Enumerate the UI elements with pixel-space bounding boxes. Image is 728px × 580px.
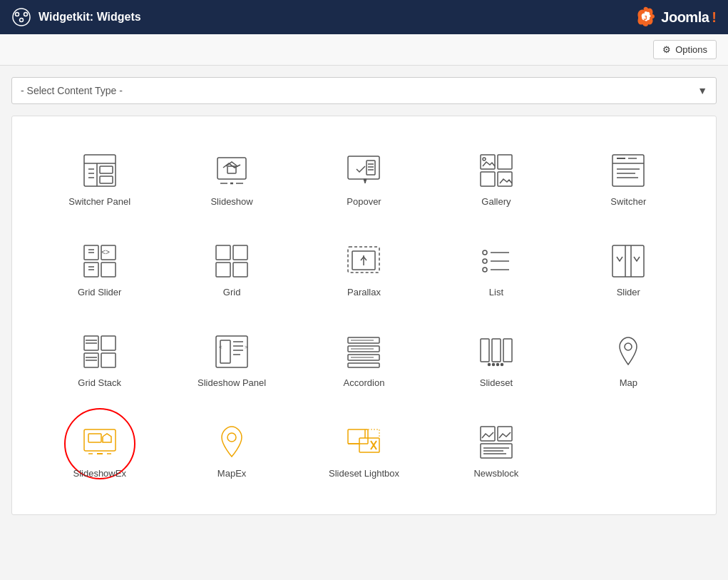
widget-item-accordion[interactable]: Accordion — [298, 312, 430, 402]
widget-label-switcher: Switcher — [610, 196, 646, 207]
svg-rect-85 — [481, 339, 489, 362]
widget-label-parallax: Parallax — [347, 287, 381, 297]
svg-point-92 — [625, 343, 632, 350]
slideshow-icon — [213, 152, 250, 189]
widget-label-popover: Popover — [347, 196, 381, 207]
widget-label-grid: Grid — [223, 287, 241, 297]
content-type-select-wrapper[interactable]: - Select Content Type - Articles K2 ZOO … — [11, 77, 717, 104]
svg-rect-12 — [100, 176, 113, 183]
widget-item-slideset[interactable]: Slideset — [430, 312, 562, 402]
svg-rect-65 — [101, 353, 116, 367]
widget-item-slideshowex[interactable]: SlideshowEx — [34, 402, 165, 493]
joomla-logo: J Joomla! — [632, 4, 717, 30]
accordion-icon — [345, 333, 382, 370]
svg-point-29 — [483, 158, 486, 161]
widget-item-mapex[interactable]: MapEx — [165, 402, 297, 493]
widget-item-slider[interactable]: Slider — [563, 221, 694, 312]
joomla-text: Joomla — [661, 9, 709, 26]
widget-item-gallery[interactable]: Gallery — [430, 131, 562, 221]
svg-rect-46 — [216, 245, 230, 260]
grid-stack-icon — [81, 333, 118, 370]
widget-item-switcher-panel[interactable]: Switcher Panel — [34, 131, 165, 221]
svg-rect-100 — [359, 438, 379, 452]
widget-item-map[interactable]: Map — [563, 312, 694, 402]
options-button[interactable]: ⚙ Options — [653, 40, 717, 59]
svg-text:J: J — [644, 14, 647, 21]
options-label: Options — [675, 44, 707, 55]
gear-icon: ⚙ — [662, 44, 671, 55]
list-icon — [478, 243, 515, 280]
switcher-icon — [610, 152, 647, 189]
widget-label-map: Map — [620, 377, 637, 388]
svg-rect-94 — [88, 434, 101, 442]
widget-item-grid-stack[interactable]: Grid Stack — [34, 312, 165, 402]
svg-rect-27 — [481, 172, 495, 186]
widget-label-slideshowex: SlideshowEx — [73, 468, 125, 479]
svg-rect-48 — [216, 263, 230, 277]
parallax-icon — [345, 243, 382, 280]
slideshowex-icon — [81, 424, 118, 461]
svg-rect-11 — [100, 166, 113, 173]
content-type-select[interactable]: - Select Content Type - Articles K2 ZOO — [12, 78, 716, 103]
widget-item-slideshow[interactable]: Slideshow — [165, 131, 297, 221]
svg-point-89 — [492, 364, 494, 366]
gallery-icon — [478, 152, 515, 189]
newsblock-icon — [478, 424, 515, 461]
widget-container: Switcher Panel Slideshow — [11, 116, 717, 515]
widget-label-slideshow: Slideshow — [210, 196, 252, 207]
widgetkit-icon — [11, 7, 31, 27]
svg-point-0 — [13, 9, 30, 26]
widget-label-newsblock: Newsblock — [473, 468, 518, 479]
slideshow-panel-icon: < > — [213, 333, 250, 370]
switcher-panel-icon — [81, 152, 118, 189]
widget-item-newsblock[interactable]: Newsblock — [430, 402, 562, 493]
svg-rect-20 — [366, 161, 375, 175]
widget-grid: Switcher Panel Slideshow — [34, 131, 694, 493]
map-icon — [610, 333, 647, 370]
widget-item-parallax[interactable]: Parallax — [298, 221, 430, 312]
widget-label-slideshow-panel: Slideshow Panel — [198, 377, 266, 388]
svg-rect-26 — [498, 155, 512, 169]
svg-text:>: > — [245, 344, 248, 350]
svg-marker-24 — [364, 179, 366, 183]
widget-item-switcher[interactable]: Switcher — [563, 131, 694, 221]
toolbar: ⚙ Options — [0, 34, 728, 66]
svg-point-1 — [16, 13, 19, 16]
svg-rect-63 — [101, 336, 116, 350]
widget-label-grid-stack: Grid Stack — [78, 377, 121, 388]
content-area: - Select Content Type - Articles K2 ZOO … — [0, 66, 728, 526]
svg-point-88 — [488, 364, 490, 366]
svg-rect-40 — [101, 263, 116, 277]
svg-rect-25 — [481, 155, 495, 169]
svg-rect-59 — [612, 245, 644, 277]
svg-text:<>: <> — [101, 248, 110, 256]
popover-icon — [345, 152, 382, 189]
widget-label-slideset: Slideset — [480, 377, 513, 388]
joomla-exclaim: ! — [712, 9, 717, 26]
widget-label-mapex: MapEx — [217, 468, 246, 479]
header: Widgetkit: Widgets J Joomla! — [0, 0, 728, 34]
svg-rect-87 — [503, 339, 512, 362]
widget-item-popover[interactable]: Popover — [298, 131, 430, 221]
svg-rect-13 — [217, 158, 246, 179]
svg-rect-30 — [612, 155, 644, 186]
slider-icon — [610, 243, 647, 280]
widget-label-gallery: Gallery — [481, 196, 511, 207]
widget-item-empty — [563, 402, 694, 493]
svg-point-2 — [24, 13, 28, 16]
widget-label-slider: Slider — [617, 287, 640, 297]
widget-item-slideshow-panel[interactable]: < > Slideshow Panel — [165, 312, 297, 402]
widget-label-switcher-panel: Switcher Panel — [68, 196, 130, 207]
widget-label-slideset-lightbox: Slideset Lightbox — [329, 468, 399, 479]
svg-rect-81 — [348, 363, 379, 367]
widget-item-grid[interactable]: Grid — [165, 221, 297, 312]
header-left: Widgetkit: Widgets — [11, 7, 141, 27]
svg-point-98 — [227, 433, 236, 442]
widget-item-list[interactable]: List — [430, 221, 562, 312]
widget-label-grid-slider: Grid Slider — [78, 287, 121, 297]
svg-point-57 — [483, 268, 487, 272]
widget-item-slideset-lightbox[interactable]: Slideset Lightbox — [298, 402, 430, 493]
widget-item-grid-slider[interactable]: <> Grid Slider — [34, 221, 165, 312]
widget-label-accordion: Accordion — [344, 377, 385, 388]
widget-label-list: List — [489, 287, 503, 297]
